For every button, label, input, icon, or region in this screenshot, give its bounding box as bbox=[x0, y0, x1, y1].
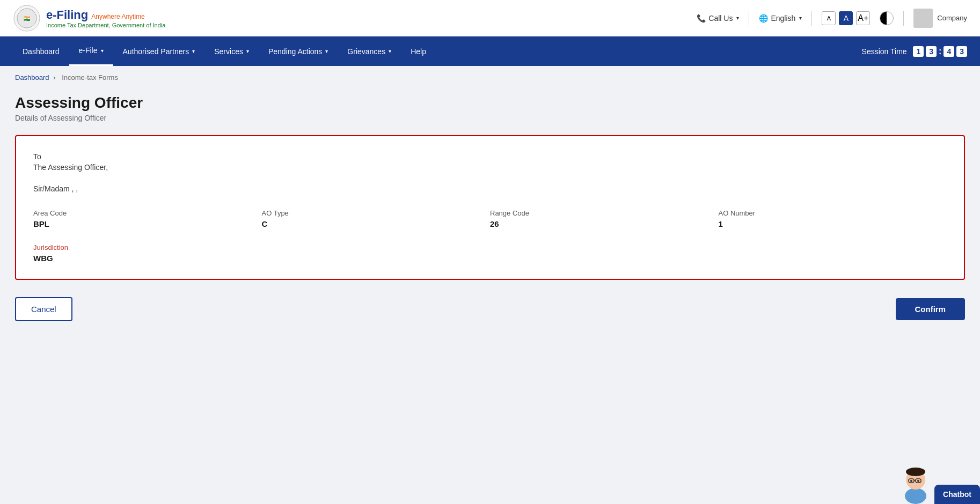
font-controls: A A A+ bbox=[822, 11, 870, 25]
card-greeting: Sir/Madam , , bbox=[33, 184, 947, 193]
logo-title: e-Filing Anywhere Anytime bbox=[46, 8, 165, 22]
page-title: Assessing Officer bbox=[15, 94, 965, 112]
card-recipient: The Assessing Officer, bbox=[33, 163, 947, 172]
jurisdiction-section: Jurisdiction WBG bbox=[33, 243, 947, 263]
logo-area: 🇮🇳 e-Filing Anywhere Anytime Income Tax … bbox=[13, 4, 165, 32]
call-us-chevron: ▾ bbox=[736, 15, 739, 21]
divider-3 bbox=[903, 11, 904, 26]
nav-grievances[interactable]: Grievances ▾ bbox=[338, 36, 401, 66]
divider-2 bbox=[811, 11, 812, 26]
chatbot-widget: Chatbot bbox=[897, 456, 980, 504]
nav-pending-actions[interactable]: Pending Actions ▾ bbox=[259, 36, 338, 66]
nav-efile[interactable]: e-File ▾ bbox=[69, 36, 113, 66]
call-us-button[interactable]: 📞 Call Us ▾ bbox=[697, 14, 739, 23]
svg-text:🇮🇳: 🇮🇳 bbox=[24, 15, 31, 22]
area-code-label: Area Code bbox=[33, 209, 262, 217]
breadcrumb-home[interactable]: Dashboard bbox=[15, 73, 49, 81]
chatbot-label[interactable]: Chatbot bbox=[934, 485, 980, 504]
services-chevron: ▾ bbox=[246, 48, 249, 54]
pending-chevron: ▾ bbox=[325, 48, 328, 54]
breadcrumb-separator: › bbox=[53, 73, 57, 81]
font-medium-label: A bbox=[844, 14, 849, 23]
range-code-value: 26 bbox=[490, 219, 719, 228]
language-chevron: ▾ bbox=[799, 15, 802, 21]
breadcrumb-current: Income-tax Forms bbox=[62, 73, 118, 81]
logo-subtitle: Income Tax Department, Government of Ind… bbox=[46, 22, 165, 28]
emblem-icon: 🇮🇳 bbox=[13, 4, 41, 32]
session-time: Session Time 1 3 : 4 3 bbox=[862, 46, 967, 57]
card-fields: Area Code BPL AO Type C Range Code 26 AO… bbox=[33, 209, 947, 228]
jurisdiction-label: Jurisdiction bbox=[33, 243, 947, 251]
session-colon: : bbox=[939, 47, 941, 56]
nav-services[interactable]: Services ▾ bbox=[204, 36, 259, 66]
officer-card: To The Assessing Officer, Sir/Madam , , … bbox=[15, 135, 965, 280]
top-bar-right: 📞 Call Us ▾ 🌐 English ▾ A A A+ Company bbox=[697, 9, 967, 28]
session-num-2: 3 bbox=[926, 46, 937, 57]
nav-dashboard[interactable]: Dashboard bbox=[13, 36, 69, 66]
phone-icon: 📞 bbox=[697, 14, 706, 23]
nav-help[interactable]: Help bbox=[401, 36, 436, 66]
session-num-4: 3 bbox=[956, 46, 967, 57]
page-subtitle: Details of Assessing Officer bbox=[15, 114, 965, 122]
svg-point-10 bbox=[917, 480, 919, 482]
divider-1 bbox=[749, 11, 749, 26]
logo-anywhere: Anywhere Anytime bbox=[91, 13, 144, 20]
avatar bbox=[913, 9, 933, 28]
confirm-button[interactable]: Confirm bbox=[896, 298, 966, 320]
user-area: Company bbox=[913, 9, 967, 28]
ao-type-value: C bbox=[262, 219, 491, 228]
top-bar: 🇮🇳 e-Filing Anywhere Anytime Income Tax … bbox=[0, 0, 980, 36]
user-name: Company bbox=[937, 14, 967, 22]
grievances-chevron: ▾ bbox=[389, 48, 391, 54]
ao-type-label: AO Type bbox=[262, 209, 491, 217]
nav-bar: Dashboard e-File ▾ Authorised Partners ▾… bbox=[0, 36, 980, 66]
ao-number-field: AO Number 1 bbox=[719, 209, 947, 228]
breadcrumb: Dashboard › Income-tax Forms bbox=[0, 66, 980, 89]
font-small-label: A bbox=[827, 15, 831, 21]
session-num-1: 1 bbox=[913, 46, 924, 57]
svg-point-9 bbox=[910, 480, 912, 482]
efile-chevron: ▾ bbox=[101, 48, 104, 54]
main-content: Assessing Officer Details of Assessing O… bbox=[0, 89, 980, 343]
range-code-label: Range Code bbox=[490, 209, 719, 217]
area-code-field: Area Code BPL bbox=[33, 209, 262, 228]
call-us-label: Call Us bbox=[708, 14, 733, 23]
session-label: Session Time bbox=[862, 47, 907, 56]
nav-authorised-partners[interactable]: Authorised Partners ▾ bbox=[113, 36, 205, 66]
button-row: Cancel Confirm bbox=[15, 297, 965, 321]
logo-efiling: e-Filing bbox=[46, 8, 88, 21]
jurisdiction-value: WBG bbox=[33, 254, 947, 263]
font-large-button[interactable]: A+ bbox=[856, 11, 870, 25]
card-to-label: To bbox=[33, 152, 947, 161]
ao-number-value: 1 bbox=[719, 219, 947, 228]
font-medium-button[interactable]: A bbox=[839, 11, 853, 25]
contrast-button[interactable] bbox=[880, 11, 894, 25]
svg-point-3 bbox=[905, 488, 926, 504]
svg-point-5 bbox=[906, 468, 925, 476]
globe-icon: 🌐 bbox=[759, 14, 768, 23]
chatbot-figure bbox=[897, 456, 934, 504]
area-code-value: BPL bbox=[33, 219, 262, 228]
cancel-button[interactable]: Cancel bbox=[15, 297, 72, 321]
font-small-button[interactable]: A bbox=[822, 11, 836, 25]
ao-number-label: AO Number bbox=[719, 209, 947, 217]
language-selector[interactable]: 🌐 English ▾ bbox=[759, 14, 802, 23]
font-large-label: A+ bbox=[858, 13, 868, 23]
session-num-3: 4 bbox=[944, 46, 954, 57]
ao-type-field: AO Type C bbox=[262, 209, 491, 228]
range-code-field: Range Code 26 bbox=[490, 209, 719, 228]
auth-partners-chevron: ▾ bbox=[192, 48, 195, 54]
language-label: English bbox=[771, 14, 795, 23]
logo-text: e-Filing Anywhere Anytime Income Tax Dep… bbox=[46, 8, 165, 28]
